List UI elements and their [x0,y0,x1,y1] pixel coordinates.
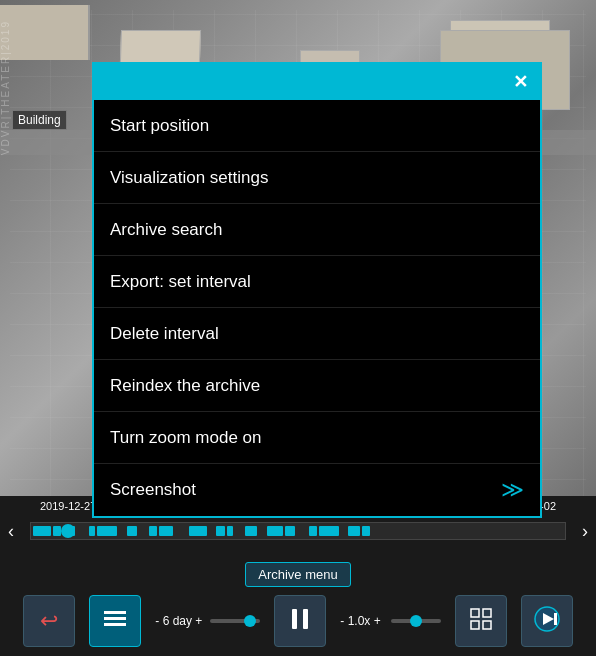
tl-seg [97,526,117,536]
grid-icon [470,608,492,635]
day-slider[interactable] [210,619,260,623]
skip-icon [534,606,560,637]
svg-rect-3 [292,609,297,629]
menu-item-turn-zoom-mode-on[interactable]: Turn zoom mode on [94,412,540,464]
building-label: Building [12,110,67,130]
archive-menu-tooltip: Archive menu [245,562,350,587]
tl-seg [227,526,233,536]
list-icon [104,611,126,632]
tl-gap [175,526,187,536]
tl-gap [139,526,147,536]
pause-button[interactable] [274,595,326,647]
tl-seg [362,526,370,536]
watermark: VDVR|THEATER|2019 [0,20,11,155]
controls-row: ↩ - 6 day + [0,595,596,647]
tl-gap [297,526,307,536]
tl-seg [348,526,360,536]
bottom-controls: Archive menu ↩ - 6 day + [0,556,596,656]
tl-gap [235,526,243,536]
menu-item-start-position[interactable]: Start position [94,100,540,152]
svg-rect-8 [483,621,491,629]
svg-rect-5 [471,609,479,617]
close-menu-button[interactable]: ✕ [508,70,532,94]
timeline-date-left: 2019-12-27 [40,500,96,512]
svg-rect-11 [554,613,557,625]
tl-seg [89,526,95,536]
tl-seg [309,526,317,536]
speed-slider-thumb [410,615,422,627]
pause-icon [291,608,309,635]
day-control: - 6 day + [155,614,260,628]
menu-item-screenshot[interactable]: Screenshot ≫ [94,464,540,516]
tl-gap [77,526,87,536]
timeline-playhead[interactable] [61,524,75,538]
day-minus-label: - 6 day + [155,614,202,628]
speed-slider[interactable] [391,619,441,623]
scroll-down-icon: ≫ [501,477,524,503]
tl-seg [159,526,173,536]
menu-item-visualization-settings[interactable]: Visualization settings [94,152,540,204]
menu-item-archive-search[interactable]: Archive search [94,204,540,256]
tl-seg [245,526,257,536]
tl-seg [127,526,137,536]
svg-rect-1 [104,617,126,620]
menu-item-export-set-interval[interactable]: Export: set interval [94,256,540,308]
building-edge [0,5,90,60]
tl-seg [33,526,51,536]
speed-label: - 1.0x + [340,614,380,628]
timeline-arrow-left-icon[interactable]: ‹ [8,521,14,542]
undo-button[interactable]: ↩ [23,595,75,647]
menu-item-delete-interval[interactable]: Delete interval [94,308,540,360]
archive-menu-button[interactable] [89,595,141,647]
tl-gap [259,526,265,536]
undo-icon: ↩ [40,608,58,634]
tl-seg [285,526,295,536]
svg-rect-2 [104,623,126,626]
archive-context-menu: ✕ Start position Visualization settings … [92,62,542,518]
svg-rect-4 [303,609,308,629]
day-slider-thumb [244,615,256,627]
tl-gap [341,526,346,536]
svg-rect-7 [471,621,479,629]
tl-seg [319,526,339,536]
tl-seg [267,526,283,536]
tl-seg [189,526,207,536]
svg-rect-6 [483,609,491,617]
timeline-segments [31,523,565,539]
skip-to-next-button[interactable] [521,595,573,647]
svg-rect-0 [104,611,126,614]
menu-item-reindex-archive[interactable]: Reindex the archive [94,360,540,412]
tl-seg [149,526,157,536]
grid-button[interactable] [455,595,507,647]
menu-header: ✕ [94,64,540,100]
tl-seg [216,526,225,536]
timeline-track[interactable]: ‹ [30,516,566,546]
tl-gap [209,526,214,536]
tl-seg [53,526,61,536]
timeline-bar[interactable] [30,522,566,540]
speed-control: - 1.0x + [340,614,440,628]
tl-gap [119,526,125,536]
timeline-arrow-right-icon[interactable]: › [582,521,588,542]
